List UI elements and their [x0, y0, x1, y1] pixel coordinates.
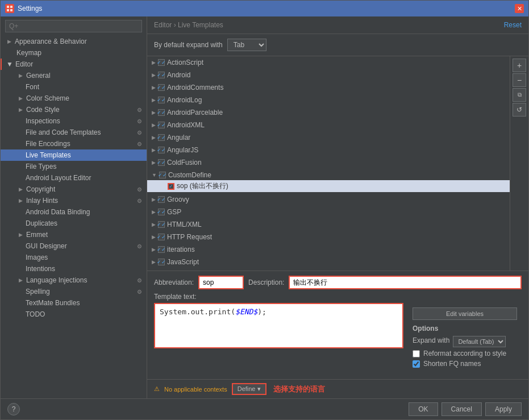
sidebar-item-duplicates[interactable]: Duplicates	[1, 218, 147, 229]
template-code-area[interactable]: System.out.print($END$);	[154, 303, 403, 348]
sidebar-item-font[interactable]: Font	[1, 81, 147, 93]
template-group-header[interactable]: ▶ ✓ AndroidXML	[147, 120, 510, 130]
group-label: Angular	[167, 134, 190, 142]
shorten-fq-label: Shorten FQ names	[423, 360, 481, 368]
item-checkbox[interactable]: ✓	[168, 183, 174, 190]
dialog-title: Settings	[18, 5, 511, 13]
group-label: ActionScript	[167, 59, 203, 66]
template-item-sop[interactable]: ✓ sop (输出不换行)	[147, 180, 510, 192]
add-button[interactable]: +	[513, 59, 526, 72]
cancel-button[interactable]: Cancel	[441, 402, 482, 416]
group-checkbox[interactable]: ✓	[158, 84, 165, 91]
sidebar-item-code-style[interactable]: ▶ Code Style ⚙	[1, 104, 147, 115]
template-group-header[interactable]: ▶ ✓ HTML/XML	[147, 219, 510, 230]
template-text-area: System.out.print($END$); Edit variables …	[154, 303, 522, 375]
description-input[interactable]	[289, 276, 522, 289]
template-group-header[interactable]: ▶ ✓ GSP	[147, 207, 510, 217]
sidebar-item-android-layout[interactable]: Android Layout Editor	[1, 172, 147, 184]
copy-button[interactable]: ⧉	[513, 88, 526, 102]
sidebar-item-editor[interactable]: ▼ Editor	[1, 59, 147, 70]
bottom-panel: Abbreviation: Description: Template text…	[147, 271, 528, 379]
sidebar-item-todo[interactable]: TODO	[1, 309, 147, 320]
sidebar-item-inspections[interactable]: Inspections ⚙	[1, 115, 147, 127]
help-button[interactable]: ?	[7, 403, 20, 415]
sidebar-item-images[interactable]: Images	[1, 252, 147, 263]
define-label: Define	[238, 385, 256, 392]
sidebar-item-inlay-hints[interactable]: ▶ Inlay Hints ⚙	[1, 195, 147, 206]
group-checkbox[interactable]: ✓	[158, 159, 165, 166]
group-checkbox[interactable]: ✓	[158, 109, 165, 116]
group-arrow: ▶	[152, 209, 156, 215]
template-group-header[interactable]: ▶ ✓ ActionScript	[147, 57, 510, 68]
remove-button[interactable]: −	[513, 73, 526, 87]
template-group-header[interactable]: ▶ ✓ Groovy	[147, 194, 510, 205]
footer-row: ⚠ No applicable contexts Define ▾ 选择支持的语…	[147, 379, 528, 398]
sidebar-item-label: TextMate Bundles	[26, 299, 80, 307]
group-checkbox[interactable]: ✓	[158, 147, 165, 153]
sidebar-item-file-types[interactable]: File Types	[1, 161, 147, 172]
template-group-header[interactable]: ▶ ✓ ColdFusion	[147, 157, 510, 168]
reformat-checkbox[interactable]	[413, 350, 420, 357]
item-label: sop (输出不换行)	[177, 181, 228, 191]
template-group-header[interactable]: ▶ ✓ AndroidParcelable	[147, 107, 510, 118]
group-label: Android	[167, 71, 190, 79]
group-checkbox[interactable]: ✓	[158, 97, 165, 103]
sidebar-item-color-scheme[interactable]: ▶ Color Scheme	[1, 93, 147, 104]
group-checkbox[interactable]: ✓	[159, 172, 166, 178]
sidebar-item-appearance[interactable]: ▶ Appearance & Behavior	[1, 36, 147, 47]
group-checkbox[interactable]: ✓	[158, 59, 165, 66]
group-checkbox[interactable]: ✓	[158, 122, 165, 128]
expand-with-select[interactable]: Tab Enter Space	[227, 39, 266, 51]
restore-button[interactable]: ↺	[513, 103, 526, 117]
group-checkbox[interactable]: ✓	[158, 134, 165, 141]
sidebar-item-live-templates[interactable]: Live Templates	[1, 149, 147, 161]
template-group-header[interactable]: ▶ ✓ HTTP Request	[147, 232, 510, 242]
sidebar-item-intentions[interactable]: Intentions	[1, 263, 147, 275]
search-input[interactable]	[5, 20, 142, 32]
sidebar-item-file-code-templates[interactable]: File and Code Templates ⚙	[1, 127, 147, 138]
sidebar-item-general[interactable]: ▶ General	[1, 70, 147, 81]
group-checkbox[interactable]: ✓	[158, 221, 165, 228]
group-arrow: ▶	[152, 160, 156, 165]
main-content: Editor › Live Templates Reset By default…	[147, 16, 528, 398]
template-group-header[interactable]: ▶ ✓ AndroidComments	[147, 82, 510, 93]
template-group-header[interactable]: ▶ ✓ JavaScript	[147, 257, 510, 267]
template-group-header[interactable]: ▶ ✓ AndroidLog	[147, 95, 510, 105]
shorten-fq-checkbox[interactable]	[413, 360, 420, 368]
sidebar-item-label: File Types	[26, 163, 56, 171]
template-group-header[interactable]: ▶ ✓ iterations	[147, 244, 510, 255]
warning-text: No applicable contexts	[164, 386, 227, 393]
sidebar-item-gui-designer[interactable]: GUI Designer ⚙	[1, 240, 147, 252]
group-checkbox[interactable]: ✓	[158, 234, 165, 240]
settings-icon: ⚙	[137, 289, 142, 295]
sidebar-item-file-encodings[interactable]: File Encodings ⚙	[1, 138, 147, 149]
group-checkbox[interactable]: ✓	[158, 72, 165, 78]
close-button[interactable]: ✕	[515, 4, 524, 13]
edit-variables-button[interactable]: Edit variables	[413, 307, 517, 320]
sidebar-item-language-injections[interactable]: ▶ Language Injections ⚙	[1, 275, 147, 286]
sidebar-item-emmet[interactable]: ▶ Emmet	[1, 229, 147, 240]
sidebar-item-copyright[interactable]: ▶ Copyright ⚙	[1, 184, 147, 195]
sidebar-item-label: Language Injections	[26, 276, 87, 284]
group-arrow: ▶	[152, 247, 156, 252]
apply-button[interactable]: Apply	[485, 402, 522, 416]
sidebar-item-label: Duplicates	[26, 219, 57, 227]
template-group-header[interactable]: ▼ ✓ CustomDefine	[147, 170, 510, 180]
group-checkbox[interactable]: ✓	[158, 246, 165, 253]
abbreviation-input[interactable]	[198, 276, 244, 289]
ok-button[interactable]: OK	[409, 402, 438, 416]
reset-button[interactable]: Reset	[504, 21, 522, 29]
sidebar-item-spelling[interactable]: Spelling ⚙	[1, 286, 147, 297]
template-group-header[interactable]: ▶ ✓ Angular	[147, 132, 510, 143]
template-group-header[interactable]: ▶ ✓ AngularJS	[147, 145, 510, 155]
sidebar-item-android-data-binding[interactable]: Android Data Binding	[1, 206, 147, 218]
expand-with-option-select[interactable]: Default (Tab) Tab Enter Space	[453, 336, 506, 347]
group-checkbox[interactable]: ✓	[158, 209, 165, 215]
group-checkbox[interactable]: ✓	[158, 259, 165, 265]
template-group-header[interactable]: ▶ ✓ Android	[147, 70, 510, 80]
group-checkbox[interactable]: ✓	[158, 196, 165, 203]
group-arrow: ▶	[152, 259, 156, 265]
define-button[interactable]: Define ▾	[232, 383, 266, 395]
sidebar-item-keymap[interactable]: Keymap	[1, 47, 147, 59]
sidebar-item-textmate-bundles[interactable]: TextMate Bundles	[1, 297, 147, 309]
